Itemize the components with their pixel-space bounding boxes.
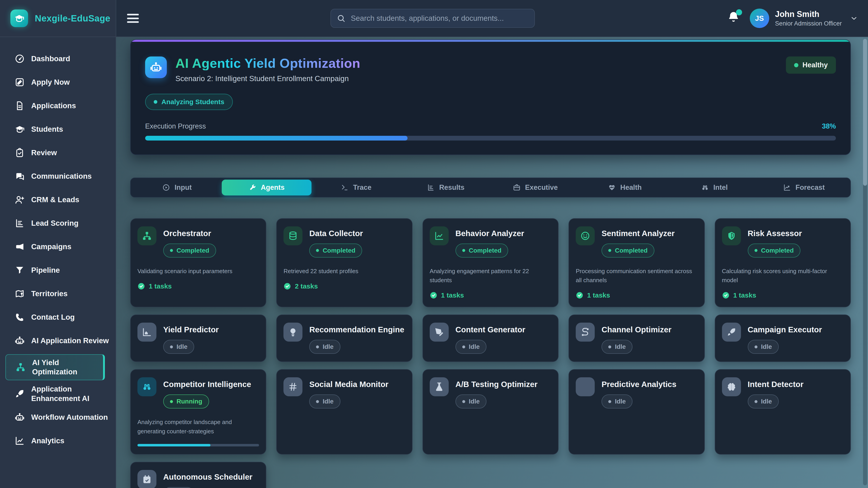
- sidebar-item-crm-leads[interactable]: CRM & Leads: [0, 188, 116, 212]
- agent-card-data-collector[interactable]: Data Collector Completed Retrieved 22 st…: [276, 218, 412, 307]
- chart-area-icon: [137, 323, 156, 341]
- check-circle-icon: [430, 291, 437, 299]
- bar-chart-icon: [427, 184, 435, 191]
- scrollbar-thumb[interactable]: [863, 39, 867, 186]
- agents-grid: Orchestrator Completed Validating scenar…: [130, 218, 851, 488]
- tab-intel[interactable]: Intel: [670, 180, 759, 195]
- sidebar-item-application-enhancement-ai[interactable]: Application Enhancement AI: [0, 382, 116, 405]
- gauge-icon: [14, 54, 25, 64]
- agent-tasks: 1 tasks: [137, 283, 259, 290]
- tab-input[interactable]: Input: [132, 180, 222, 195]
- check-circle-icon: [576, 291, 583, 299]
- agent-card-autonomous-scheduler[interactable]: Autonomous Scheduler Idle: [130, 462, 266, 488]
- sidebar-item-review[interactable]: Review: [0, 141, 116, 164]
- page-title: AI Agentic Yield Optimization: [176, 57, 360, 70]
- agent-card-channel-optimizer[interactable]: Channel Optimizer Idle: [568, 315, 705, 362]
- sidebar-item-applications[interactable]: Applications: [0, 94, 116, 118]
- sidebar-item-territories[interactable]: Territories: [0, 282, 116, 305]
- tab-forecast[interactable]: Forecast: [759, 180, 849, 195]
- progress-label: Execution Progress: [145, 122, 206, 130]
- sidebar-item-workflow-automation[interactable]: Workflow Automation: [0, 405, 116, 429]
- agent-tasks: 2 tasks: [283, 283, 405, 290]
- agent-status-badge: Idle: [748, 394, 779, 409]
- scrollbar[interactable]: [863, 39, 867, 485]
- binoculars-icon: [137, 377, 156, 396]
- briefcase-icon: [513, 184, 521, 191]
- sidebar-item-pipeline[interactable]: Pipeline: [0, 258, 116, 282]
- tab-results[interactable]: Results: [401, 180, 491, 195]
- agent-card-intent-detector[interactable]: Intent Detector Idle: [715, 369, 851, 455]
- agent-name: Content Generator: [456, 325, 551, 334]
- sidebar-item-ai-yield-optimization[interactable]: AI Yield Optimization: [5, 354, 105, 380]
- agent-card-a-b-testing-optimizer[interactable]: A/B Testing Optimizer Idle: [423, 369, 559, 455]
- tab-health[interactable]: Health: [580, 180, 670, 195]
- brand-header: Nexgile-EduSage: [0, 0, 116, 37]
- agent-name: Recommendation Engine: [309, 325, 405, 334]
- agent-name: Predictive Analytics: [601, 380, 698, 389]
- smile-icon: [576, 226, 595, 246]
- agent-description: Validating scenario input parameters: [137, 267, 259, 275]
- notifications-button[interactable]: [726, 10, 741, 27]
- agent-name: Intent Detector: [748, 380, 844, 389]
- phone-icon: [14, 312, 25, 322]
- agent-tasks: 1 tasks: [576, 291, 698, 299]
- agent-card-predictive-analytics[interactable]: Predictive Analytics Idle: [568, 369, 705, 455]
- shield-icon: [722, 226, 741, 246]
- agent-card-content-generator[interactable]: Content Generator Idle: [423, 315, 559, 362]
- line-chart-icon: [14, 436, 25, 446]
- sidebar-item-dashboard[interactable]: Dashboard: [0, 47, 116, 70]
- flask-icon: [430, 377, 449, 396]
- agent-card-recommendation-engine[interactable]: Recommendation Engine Idle: [276, 315, 412, 362]
- agent-description: Calculating risk scores using multi-fact…: [722, 267, 844, 285]
- menu-icon[interactable]: [126, 13, 140, 24]
- agent-tasks: 1 tasks: [430, 291, 551, 299]
- tab-agents[interactable]: Agents: [222, 180, 311, 195]
- agent-card-risk-assessor[interactable]: Risk Assessor Completed Calculating risk…: [715, 218, 851, 307]
- agent-card-campaign-executor[interactable]: Campaign Executor Idle: [715, 315, 851, 362]
- agent-card-sentiment-analyzer[interactable]: Sentiment Analyzer Completed Processing …: [568, 218, 705, 307]
- file-text-icon: [14, 101, 25, 111]
- gradient-accent-strip: [131, 40, 850, 42]
- search-input[interactable]: [350, 14, 528, 23]
- agent-status-badge: Idle: [601, 340, 632, 354]
- user-menu[interactable]: JS John Smith Senior Admission Officer: [750, 8, 858, 28]
- brain-icon: [722, 377, 741, 396]
- none-icon: [576, 377, 595, 396]
- agent-name: Orchestrator: [163, 229, 259, 238]
- route-icon: [576, 323, 595, 341]
- sidebar-item-students[interactable]: Students: [0, 118, 116, 141]
- check-circle-icon: [137, 283, 145, 290]
- agent-card-competitor-intelligence[interactable]: Competitor Intelligence Running Analyzin…: [130, 369, 266, 455]
- agent-name: Yield Predictor: [163, 325, 259, 334]
- agent-name: Behavior Analyzer: [456, 229, 551, 238]
- execution-status-badge: Analyzing Students: [145, 94, 233, 110]
- health-dot: [794, 63, 798, 67]
- tab-executive[interactable]: Executive: [491, 180, 580, 195]
- agent-card-social-media-monitor[interactable]: Social Media Monitor Idle: [276, 369, 412, 455]
- agent-card-yield-predictor[interactable]: Yield Predictor Idle: [130, 315, 266, 362]
- agent-status-badge: Completed: [601, 243, 654, 258]
- sidebar-item-contact-log[interactable]: Contact Log: [0, 305, 116, 329]
- calendar-check-icon: [137, 470, 156, 488]
- tab-trace[interactable]: Trace: [311, 180, 401, 195]
- robot-icon: [14, 336, 25, 346]
- sidebar-item-analytics[interactable]: Analytics: [0, 429, 116, 453]
- sidebar-item-communications[interactable]: Communications: [0, 164, 116, 188]
- agent-status-badge: Idle: [748, 340, 779, 354]
- user-plus-icon: [14, 195, 25, 205]
- view-tabs: Input Agents Trace Results Executive Hea…: [130, 177, 851, 197]
- hash-icon: [283, 377, 303, 396]
- sidebar-item-apply-now[interactable]: Apply Now: [0, 70, 116, 94]
- execution-progress-fill: [145, 136, 408, 140]
- agent-card-orchestrator[interactable]: Orchestrator Completed Validating scenar…: [130, 218, 266, 307]
- user-name: John Smith: [775, 9, 842, 19]
- brand-name: Nexgile-EduSage: [35, 13, 110, 24]
- progress-percentage: 38%: [822, 122, 836, 130]
- sidebar-item-campaigns[interactable]: Campaigns: [0, 235, 116, 258]
- sidebar-item-lead-scoring[interactable]: Lead Scoring: [0, 212, 116, 235]
- sidebar-item-ai-application-review[interactable]: AI Application Review: [0, 329, 116, 352]
- agent-progress-bar: [137, 444, 259, 447]
- agent-description: Analyzing engagement patterns for 22 stu…: [430, 267, 551, 285]
- page-subtitle: Scenario 2: Intelligent Student Enrollme…: [176, 74, 360, 83]
- agent-card-behavior-analyzer[interactable]: Behavior Analyzer Completed Analyzing en…: [423, 218, 559, 307]
